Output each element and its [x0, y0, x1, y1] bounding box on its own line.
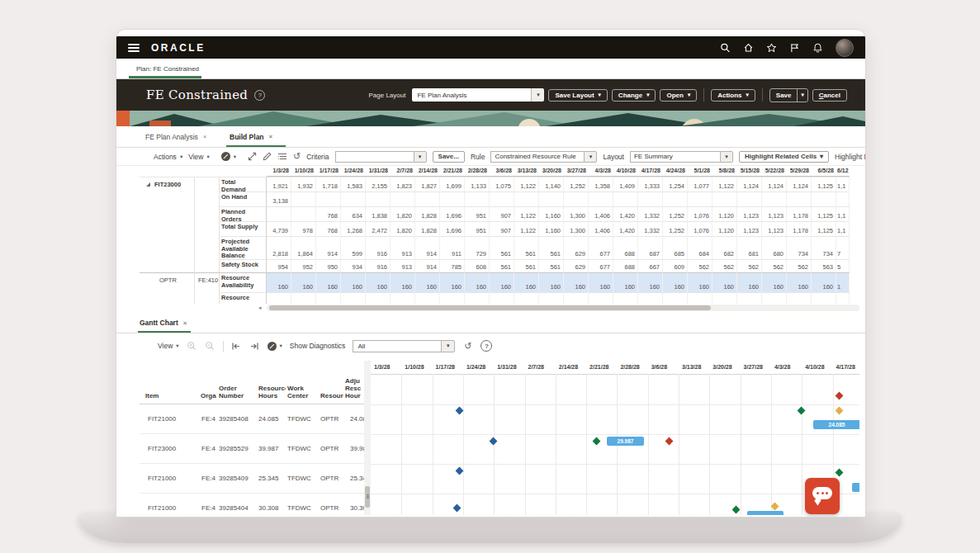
plan-cell[interactable]: 1,178	[787, 206, 812, 221]
save-criteria-button[interactable]: Save...	[433, 151, 465, 163]
gantt-cell-org[interactable]: FE:4	[199, 464, 217, 494]
plan-cell[interactable]	[366, 292, 391, 304]
plan-cell[interactable]: 1,124	[762, 177, 787, 191]
plan-cell[interactable]: 160	[713, 272, 737, 292]
levels-icon[interactable]	[277, 151, 287, 162]
gantt-bar[interactable]	[747, 511, 784, 515]
edit-pencil-icon[interactable]	[263, 151, 272, 162]
plan-cell[interactable]: 934	[341, 259, 366, 272]
plan-cell[interactable]	[613, 191, 638, 206]
gantt-cell-hours[interactable]: 30.308	[257, 494, 286, 515]
plan-cell[interactable]: 3,138	[267, 191, 291, 206]
plan-cell[interactable]: 951	[465, 221, 490, 236]
plan-cell[interactable]: 1,838	[366, 206, 391, 221]
plan-cell[interactable]: 688	[613, 236, 638, 259]
change-button[interactable]: Change▾	[612, 89, 656, 102]
view-menu[interactable]: View▾	[188, 153, 210, 161]
plan-cell[interactable]: 1,252	[564, 177, 589, 191]
gantt-cell-hours[interactable]: 39.987	[257, 434, 286, 464]
plan-cell[interactable]: 160	[415, 272, 440, 292]
plan-cell[interactable]: 1,820	[391, 206, 415, 221]
plan-cell[interactable]	[787, 191, 812, 206]
plan-cell[interactable]	[291, 292, 316, 304]
plan-cell[interactable]	[316, 191, 341, 206]
plan-cell[interactable]	[539, 292, 564, 304]
gantt-bar[interactable]: 24.085	[813, 420, 859, 429]
plan-cell[interactable]: 734	[812, 236, 836, 259]
open-button[interactable]: Open▾	[660, 89, 697, 102]
plan-cell[interactable]: 562	[713, 259, 737, 272]
plan-cell[interactable]: 2,155	[366, 177, 391, 191]
plan-cell[interactable]: 160	[589, 272, 613, 292]
diagnostics-select[interactable]: All ▾	[353, 340, 455, 352]
plan-cell[interactable]: 1,827	[415, 177, 440, 191]
close-icon[interactable]: ×	[183, 319, 187, 327]
plan-cell[interactable]: 160	[391, 272, 415, 292]
plan-cell[interactable]: 1,820	[391, 221, 415, 236]
plan-cell[interactable]: 785	[440, 259, 465, 272]
rule-select[interactable]: Constrained Resource Rule ▾	[490, 151, 597, 163]
plan-cell[interactable]	[589, 191, 613, 206]
criteria-input[interactable]: ▾	[335, 151, 427, 163]
expand-icon[interactable]	[146, 182, 150, 187]
plan-cell[interactable]: 1,828	[415, 206, 440, 221]
plan-cell[interactable]	[490, 292, 514, 304]
plan-cell[interactable]: 667	[638, 259, 663, 272]
plan-cell[interactable]: 609	[663, 259, 688, 272]
gantt-cell-res[interactable]: OPTR	[319, 494, 343, 515]
plan-cell[interactable]: 1,864	[291, 236, 316, 259]
plan-cell[interactable]: 954	[267, 259, 291, 272]
plan-cell[interactable]: 1,332	[638, 221, 663, 236]
chevron-down-icon[interactable]: ▾	[414, 151, 427, 163]
plan-cell[interactable]: 160	[316, 272, 341, 292]
plan-cell[interactable]: 914	[316, 236, 341, 259]
plan-cell[interactable]	[267, 292, 291, 304]
tab-fe-plan-analysis[interactable]: FE Plan Analysis ×	[145, 126, 206, 147]
plan-cell[interactable]: 914	[415, 259, 440, 272]
plan-cell[interactable]: 1,076	[688, 206, 713, 221]
plan-cell[interactable]	[514, 191, 539, 206]
plan-cell[interactable]: 1,1	[836, 221, 850, 236]
gantt-cell-org[interactable]: FE:4	[199, 404, 217, 434]
plan-cell[interactable]	[391, 292, 415, 304]
search-icon[interactable]	[720, 42, 731, 53]
gantt-vertical-scrollbar[interactable]	[364, 361, 371, 515]
gantt-cell-res[interactable]: OPTR	[319, 464, 343, 494]
plan-cell[interactable]: 160	[638, 272, 663, 292]
plan-cell[interactable]: 687	[638, 236, 663, 259]
plan-cell[interactable]	[787, 292, 812, 304]
gantt-cell-wc[interactable]: TFDWC	[286, 494, 319, 515]
plan-cell[interactable]	[391, 191, 415, 206]
plan-cell[interactable]: 1,122	[514, 177, 539, 191]
plan-cell[interactable]: 561	[490, 236, 514, 259]
plan-cell[interactable]	[762, 191, 787, 206]
plan-cell[interactable]: 1,300	[564, 206, 589, 221]
plan-cell[interactable]: 1,125	[812, 206, 836, 221]
gantt-cell-wc[interactable]: TFDWC	[286, 404, 319, 434]
plan-cell[interactable]: 913	[391, 236, 415, 259]
plan-cell[interactable]	[415, 292, 440, 304]
plan-cell[interactable]	[762, 292, 787, 304]
plan-cell[interactable]: 916	[366, 236, 391, 259]
refresh-icon[interactable]: ↺	[293, 151, 301, 162]
chevron-down-icon[interactable]: ▾	[584, 151, 597, 163]
plan-cell[interactable]: 1,699	[440, 177, 465, 191]
plan-cell[interactable]: 561	[539, 259, 564, 272]
plan-cell[interactable]: 1,077	[688, 177, 713, 191]
plan-cell[interactable]: 629	[564, 259, 589, 272]
plan-cell[interactable]: 608	[465, 259, 490, 272]
plan-cell[interactable]: 160	[613, 272, 638, 292]
chevron-down-icon[interactable]: ▾	[441, 340, 455, 352]
plan-cell[interactable]: 914	[415, 236, 440, 259]
plan-cell[interactable]: 561	[539, 236, 564, 259]
plan-cell[interactable]: 1,409	[613, 177, 638, 191]
plan-cell[interactable]: 1,332	[638, 206, 663, 221]
plan-cell[interactable]	[291, 206, 316, 221]
gantt-milestone-red[interactable]	[665, 437, 673, 445]
plan-cell[interactable]: 1,140	[539, 177, 564, 191]
plan-cell[interactable]: 734	[787, 236, 812, 259]
plan-cell[interactable]: 160	[490, 272, 514, 292]
close-icon[interactable]: ×	[203, 133, 207, 140]
gantt-cell-item[interactable]: FIT23000	[140, 434, 199, 464]
flag-icon[interactable]	[789, 42, 800, 53]
